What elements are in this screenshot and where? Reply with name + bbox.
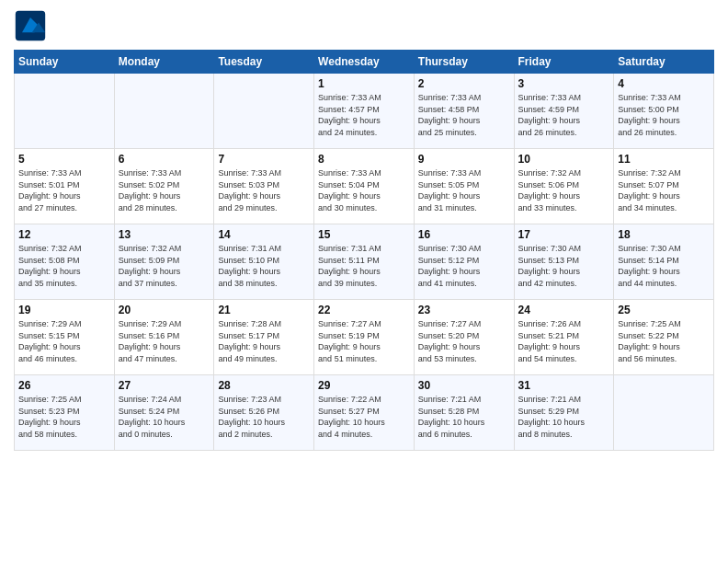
calendar-cell: 3Sunrise: 7:33 AM Sunset: 4:59 PM Daylig… [514,74,614,149]
day-number: 3 [518,77,610,90]
page-header [14,9,714,42]
calendar-cell [614,375,714,451]
calendar-cell [15,74,115,149]
calendar-cell: 11Sunrise: 7:32 AM Sunset: 5:07 PM Dayli… [614,149,714,224]
day-number: 17 [518,228,610,241]
day-info: Sunrise: 7:25 AM Sunset: 5:22 PM Dayligh… [618,318,710,364]
day-info: Sunrise: 7:31 AM Sunset: 5:11 PM Dayligh… [318,243,410,289]
day-info: Sunrise: 7:28 AM Sunset: 5:17 PM Dayligh… [218,318,310,364]
day-info: Sunrise: 7:33 AM Sunset: 5:05 PM Dayligh… [418,167,510,213]
day-number: 20 [119,304,210,316]
calendar-cell [214,74,314,149]
day-number: 15 [318,228,410,241]
day-number: 25 [618,304,710,316]
calendar-cell: 23Sunrise: 7:27 AM Sunset: 5:20 PM Dayli… [414,300,514,375]
calendar-cell: 19Sunrise: 7:29 AM Sunset: 5:15 PM Dayli… [15,300,115,375]
day-info: Sunrise: 7:30 AM Sunset: 5:14 PM Dayligh… [618,243,710,289]
dow-friday: Friday [514,51,614,74]
day-info: Sunrise: 7:30 AM Sunset: 5:13 PM Dayligh… [518,243,610,289]
day-number: 1 [318,77,410,90]
calendar-cell: 16Sunrise: 7:30 AM Sunset: 5:12 PM Dayli… [414,224,514,300]
day-info: Sunrise: 7:32 AM Sunset: 5:09 PM Dayligh… [119,243,210,289]
page-container: SundayMondayTuesdayWednesdayThursdayFrid… [0,0,728,563]
day-number: 8 [318,153,410,166]
day-number: 23 [418,304,510,316]
calendar-cell: 20Sunrise: 7:29 AM Sunset: 5:16 PM Dayli… [114,300,214,375]
day-number: 29 [318,379,410,392]
day-info: Sunrise: 7:21 AM Sunset: 5:28 PM Dayligh… [418,394,510,440]
day-info: Sunrise: 7:33 AM Sunset: 5:04 PM Dayligh… [318,167,410,213]
day-info: Sunrise: 7:24 AM Sunset: 5:24 PM Dayligh… [119,394,210,440]
dow-tuesday: Tuesday [214,51,314,74]
dow-monday: Monday [114,51,214,74]
calendar-cell: 1Sunrise: 7:33 AM Sunset: 4:57 PM Daylig… [314,74,415,149]
day-number: 28 [218,379,310,392]
day-info: Sunrise: 7:26 AM Sunset: 5:21 PM Dayligh… [518,318,610,364]
calendar-cell: 22Sunrise: 7:27 AM Sunset: 5:19 PM Dayli… [314,300,415,375]
day-info: Sunrise: 7:32 AM Sunset: 5:08 PM Dayligh… [18,243,110,289]
logo [14,9,52,42]
day-number: 11 [618,153,710,166]
day-info: Sunrise: 7:27 AM Sunset: 5:20 PM Dayligh… [418,318,510,364]
day-number: 14 [218,228,310,241]
calendar-cell: 18Sunrise: 7:30 AM Sunset: 5:14 PM Dayli… [614,224,714,300]
day-number: 16 [418,228,510,241]
day-number: 6 [119,153,210,166]
day-number: 4 [618,77,710,90]
calendar-cell: 9Sunrise: 7:33 AM Sunset: 5:05 PM Daylig… [414,149,514,224]
day-number: 12 [18,228,110,241]
calendar-cell: 25Sunrise: 7:25 AM Sunset: 5:22 PM Dayli… [614,300,714,375]
day-number: 13 [119,228,210,241]
calendar-cell: 21Sunrise: 7:28 AM Sunset: 5:17 PM Dayli… [214,300,314,375]
day-number: 2 [418,77,510,90]
calendar-cell: 17Sunrise: 7:30 AM Sunset: 5:13 PM Dayli… [514,224,614,300]
day-info: Sunrise: 7:33 AM Sunset: 5:01 PM Dayligh… [18,167,110,213]
day-info: Sunrise: 7:21 AM Sunset: 5:29 PM Dayligh… [518,394,610,440]
day-of-week-header: SundayMondayTuesdayWednesdayThursdayFrid… [15,51,714,74]
calendar-cell: 31Sunrise: 7:21 AM Sunset: 5:29 PM Dayli… [514,375,614,451]
day-number: 31 [518,379,610,392]
day-number: 30 [418,379,510,392]
day-info: Sunrise: 7:33 AM Sunset: 4:58 PM Dayligh… [418,92,510,138]
calendar-cell: 27Sunrise: 7:24 AM Sunset: 5:24 PM Dayli… [114,375,214,451]
calendar-cell: 15Sunrise: 7:31 AM Sunset: 5:11 PM Dayli… [314,224,415,300]
calendar-body: 1Sunrise: 7:33 AM Sunset: 4:57 PM Daylig… [15,74,714,451]
day-info: Sunrise: 7:30 AM Sunset: 5:12 PM Dayligh… [418,243,510,289]
calendar-cell: 2Sunrise: 7:33 AM Sunset: 4:58 PM Daylig… [414,74,514,149]
dow-thursday: Thursday [414,51,514,74]
day-number: 7 [218,153,310,166]
day-info: Sunrise: 7:33 AM Sunset: 5:02 PM Dayligh… [119,167,210,213]
calendar-week-0: 1Sunrise: 7:33 AM Sunset: 4:57 PM Daylig… [15,74,714,149]
calendar-week-1: 5Sunrise: 7:33 AM Sunset: 5:01 PM Daylig… [15,149,714,224]
day-info: Sunrise: 7:33 AM Sunset: 5:00 PM Dayligh… [618,92,710,138]
calendar-cell: 13Sunrise: 7:32 AM Sunset: 5:09 PM Dayli… [114,224,214,300]
day-info: Sunrise: 7:27 AM Sunset: 5:19 PM Dayligh… [318,318,410,364]
day-number: 5 [18,153,110,166]
day-number: 27 [119,379,210,392]
day-info: Sunrise: 7:25 AM Sunset: 5:23 PM Dayligh… [18,394,110,440]
calendar-week-4: 26Sunrise: 7:25 AM Sunset: 5:23 PM Dayli… [15,375,714,451]
day-info: Sunrise: 7:29 AM Sunset: 5:15 PM Dayligh… [18,318,110,364]
day-number: 21 [218,304,310,316]
day-number: 18 [618,228,710,241]
calendar-cell: 14Sunrise: 7:31 AM Sunset: 5:10 PM Dayli… [214,224,314,300]
day-info: Sunrise: 7:31 AM Sunset: 5:10 PM Dayligh… [218,243,310,289]
day-info: Sunrise: 7:33 AM Sunset: 4:57 PM Dayligh… [318,92,410,138]
calendar-cell: 28Sunrise: 7:23 AM Sunset: 5:26 PM Dayli… [214,375,314,451]
dow-wednesday: Wednesday [314,51,415,74]
day-info: Sunrise: 7:32 AM Sunset: 5:07 PM Dayligh… [618,167,710,213]
day-info: Sunrise: 7:33 AM Sunset: 4:59 PM Dayligh… [518,92,610,138]
calendar-cell: 24Sunrise: 7:26 AM Sunset: 5:21 PM Dayli… [514,300,614,375]
day-number: 19 [18,304,110,316]
day-number: 26 [18,379,110,392]
calendar-table: SundayMondayTuesdayWednesdayThursdayFrid… [14,50,714,451]
day-info: Sunrise: 7:29 AM Sunset: 5:16 PM Dayligh… [119,318,210,364]
calendar-cell: 5Sunrise: 7:33 AM Sunset: 5:01 PM Daylig… [15,149,115,224]
dow-saturday: Saturday [614,51,714,74]
calendar-week-2: 12Sunrise: 7:32 AM Sunset: 5:08 PM Dayli… [15,224,714,300]
calendar-cell: 4Sunrise: 7:33 AM Sunset: 5:00 PM Daylig… [614,74,714,149]
calendar-cell: 10Sunrise: 7:32 AM Sunset: 5:06 PM Dayli… [514,149,614,224]
calendar-cell: 26Sunrise: 7:25 AM Sunset: 5:23 PM Dayli… [15,375,115,451]
calendar-cell: 7Sunrise: 7:33 AM Sunset: 5:03 PM Daylig… [214,149,314,224]
logo-icon [14,9,47,42]
